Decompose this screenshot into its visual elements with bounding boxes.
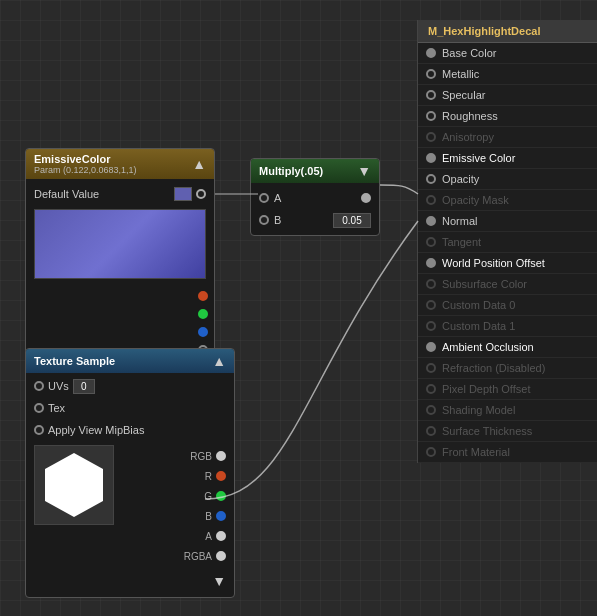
multiply-b-input-socket[interactable] [259,215,269,225]
texture-mip-input-socket[interactable] [34,425,44,435]
panel-item-opacity[interactable]: Opacity [418,169,597,190]
panel-item-subsurface-color[interactable]: Subsurface Color [418,274,597,295]
socket-tangent [426,237,436,247]
panel-label-world-position-offset: World Position Offset [442,257,545,269]
panel-item-emissive-color[interactable]: Emissive Color [418,148,597,169]
socket-subsurface-color [426,279,436,289]
texture-rgb-row: RGB [122,447,226,465]
texture-tex-input-socket[interactable] [34,403,44,413]
panel-item-normal[interactable]: Normal [418,211,597,232]
texture-g-socket[interactable] [216,491,226,501]
texture-preview-image [34,445,114,525]
multiply-output-socket[interactable] [361,193,371,203]
texture-uvs-value[interactable]: 0 [73,379,95,394]
socket-surface-thickness [426,426,436,436]
panel-item-surface-thickness[interactable]: Surface Thickness [418,421,597,442]
texture-rgb-socket[interactable] [216,451,226,461]
emissive-node-subtitle: Param (0.122,0.0683,1,1) [34,165,137,175]
multiply-a-input-socket[interactable] [259,193,269,203]
texture-collapse-button[interactable]: ▲ [212,353,226,369]
texture-rgba-row: RGBA [122,547,226,565]
panel-label-front-material: Front Material [442,446,510,458]
socket-refraction [426,363,436,373]
emissive-collapse-button[interactable]: ▲ [192,156,206,172]
panel-item-front-material[interactable]: Front Material [418,442,597,463]
texture-uvs-label: UVs [48,380,69,392]
emissive-b-socket[interactable] [198,327,208,337]
socket-base-color [426,48,436,58]
multiply-b-label: B [274,214,281,226]
socket-shading-model [426,405,436,415]
panel-label-base-color: Base Color [442,47,496,59]
multiply-node-title: Multiply(.05) [259,165,323,177]
texture-a-label: A [205,531,212,542]
panel-label-tangent: Tangent [442,236,481,248]
multiply-a-label: A [274,192,281,204]
socket-front-material [426,447,436,457]
panel-item-anisotropy[interactable]: Anisotropy [418,127,597,148]
emissive-out-row-3 [26,323,214,341]
emissive-out-row-2 [26,305,214,323]
panel-label-custom-data-0: Custom Data 0 [442,299,515,311]
panel-item-metallic[interactable]: Metallic [418,64,597,85]
multiply-input-a-row: A [251,187,379,209]
panel-item-custom-data-1[interactable]: Custom Data 1 [418,316,597,337]
texture-a-row: A [122,527,226,545]
multiply-input-b-row: B [251,209,379,231]
texture-mip-row: Apply View MipBias [26,419,234,441]
texture-r-socket[interactable] [216,471,226,481]
texture-rgba-socket[interactable] [216,551,226,561]
emissive-color-node: EmissiveColor Param (0.122,0.0683,1,1) ▲… [25,148,215,366]
panel-label-emissive-color: Emissive Color [442,152,515,164]
emissive-out-row-1 [26,287,214,305]
texture-sample-node: Texture Sample ▲ UVs 0 Tex Apply View Mi… [25,348,235,598]
panel-label-specular: Specular [442,89,485,101]
socket-ambient-occlusion [426,342,436,352]
texture-a-socket[interactable] [216,531,226,541]
texture-b-socket[interactable] [216,511,226,521]
multiply-node-body: A B [251,183,379,235]
panel-label-normal: Normal [442,215,477,227]
socket-custom-data-1 [426,321,436,331]
emissive-output-socket[interactable] [196,189,206,199]
material-properties-panel: M_HexHighlightDecal Base Color Metallic … [417,20,597,463]
texture-bottom-collapse-button[interactable]: ▼ [210,571,228,591]
panel-label-metallic: Metallic [442,68,479,80]
emissive-default-value-label: Default Value [34,188,99,200]
emissive-node-body: Default Value [26,179,214,365]
texture-uvs-row: UVs 0 [26,375,234,397]
texture-uvs-input-socket[interactable] [34,381,44,391]
panel-label-subsurface-color: Subsurface Color [442,278,527,290]
texture-g-row: G [122,487,226,505]
multiply-b-value-input[interactable] [333,213,371,228]
emissive-color-swatch[interactable] [174,187,192,201]
emissive-node-header[interactable]: EmissiveColor Param (0.122,0.0683,1,1) ▲ [26,149,214,179]
panel-item-specular[interactable]: Specular [418,85,597,106]
panel-label-roughness: Roughness [442,110,498,122]
texture-r-row: R [122,467,226,485]
panel-item-custom-data-0[interactable]: Custom Data 0 [418,295,597,316]
texture-node-header[interactable]: Texture Sample ▲ [26,349,234,373]
panel-label-ambient-occlusion: Ambient Occlusion [442,341,534,353]
panel-item-refraction[interactable]: Refraction (Disabled) [418,358,597,379]
panel-item-world-position-offset[interactable]: World Position Offset [418,253,597,274]
emissive-r-socket[interactable] [198,291,208,301]
panel-item-tangent[interactable]: Tangent [418,232,597,253]
panel-item-base-color[interactable]: Base Color [418,43,597,64]
panel-item-ambient-occlusion[interactable]: Ambient Occlusion [418,337,597,358]
panel-label-custom-data-1: Custom Data 1 [442,320,515,332]
panel-label-refraction: Refraction (Disabled) [442,362,545,374]
panel-item-opacity-mask[interactable]: Opacity Mask [418,190,597,211]
socket-opacity [426,174,436,184]
panel-item-pixel-depth-offset[interactable]: Pixel Depth Offset [418,379,597,400]
panel-item-shading-model[interactable]: Shading Model [418,400,597,421]
multiply-node-header[interactable]: Multiply(.05) ▼ [251,159,379,183]
panel-label-anisotropy: Anisotropy [442,131,494,143]
texture-preview-area: RGB R G B [26,441,234,569]
panel-label-pixel-depth-offset: Pixel Depth Offset [442,383,530,395]
panel-item-roughness[interactable]: Roughness [418,106,597,127]
socket-specular [426,90,436,100]
emissive-g-socket[interactable] [198,309,208,319]
multiply-collapse-button[interactable]: ▼ [357,163,371,179]
emissive-color-preview [34,209,206,279]
